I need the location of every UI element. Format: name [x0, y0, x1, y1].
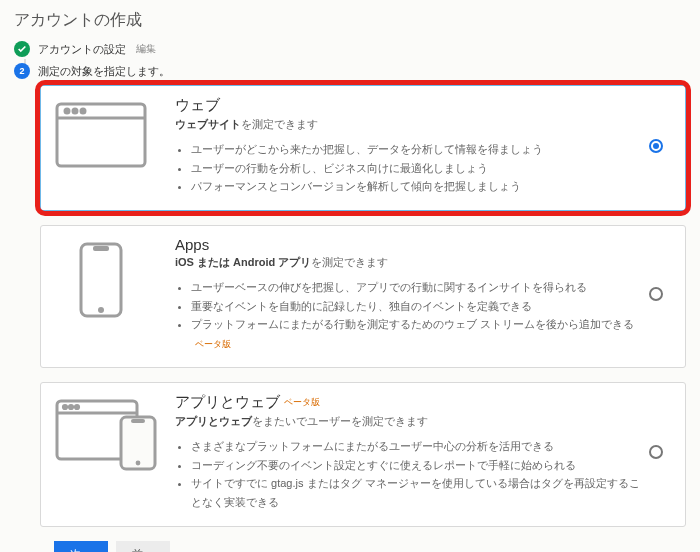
svg-rect-0	[57, 104, 145, 166]
beta-badge: ベータ版	[284, 396, 320, 409]
step-edit-link[interactable]: 編集	[136, 42, 156, 56]
prev-button[interactable]: 前へ	[116, 541, 170, 552]
option-card-appsweb[interactable]: アプリとウェブ ベータ版 アプリとウェブをまたいでユーザーを測定できます さまざ…	[40, 382, 686, 527]
card-web-title: ウェブ	[175, 96, 641, 115]
step-number-icon: 2	[14, 63, 30, 79]
svg-point-4	[81, 109, 85, 113]
next-button[interactable]: 次へ	[54, 541, 108, 552]
card-apps-bullets: ユーザーベースの伸びを把握し、アプリでの行動に関するインサイトを得られる 重要な…	[175, 278, 641, 353]
card-apps-subtitle: iOS または Android アプリを測定できます	[175, 255, 641, 270]
card-appsweb-title: アプリとウェブ ベータ版	[175, 393, 641, 412]
step-target: 2 測定の対象を指定します。	[14, 63, 686, 79]
step-current-label: 測定の対象を指定します。	[38, 64, 170, 79]
svg-point-2	[65, 109, 69, 113]
browser-window-icon	[55, 102, 147, 168]
card-web-bullets: ユーザーがどこから来たか把握し、データを分析して情報を得ましょう ユーザーの行動…	[175, 140, 641, 196]
svg-rect-16	[131, 419, 145, 423]
radio-apps[interactable]	[649, 287, 663, 301]
card-appsweb-subtitle: アプリとウェブをまたいでユーザーを測定できます	[175, 414, 641, 429]
step-done-label: アカウントの設定	[38, 42, 126, 57]
radio-web[interactable]	[649, 139, 663, 153]
svg-point-13	[69, 405, 72, 408]
svg-point-12	[63, 405, 66, 408]
card-appsweb-bullets: さまざまなプラットフォームにまたがるユーザー中心の分析を活用できる コーディング…	[175, 437, 641, 512]
card-apps-title: Apps	[175, 236, 641, 253]
svg-rect-7	[81, 244, 121, 316]
step-account-settings: アカウントの設定 編集	[14, 41, 686, 57]
radio-appsweb[interactable]	[649, 445, 663, 459]
option-card-apps[interactable]: Apps iOS または Android アプリを測定できます ユーザーベースの…	[40, 225, 686, 368]
check-icon	[14, 41, 30, 57]
svg-point-17	[136, 460, 141, 465]
svg-point-9	[98, 307, 104, 313]
option-card-web[interactable]: ウェブ ウェブサイトを測定できます ユーザーがどこから来たか把握し、データを分析…	[40, 85, 686, 211]
phone-icon	[79, 242, 123, 318]
page-title: アカウントの作成	[14, 10, 686, 31]
svg-point-3	[73, 109, 77, 113]
svg-rect-8	[93, 246, 109, 251]
beta-badge: ベータ版	[195, 339, 231, 349]
svg-point-14	[75, 405, 78, 408]
card-web-subtitle: ウェブサイトを測定できます	[175, 117, 641, 132]
browser-phone-icon	[55, 399, 159, 471]
